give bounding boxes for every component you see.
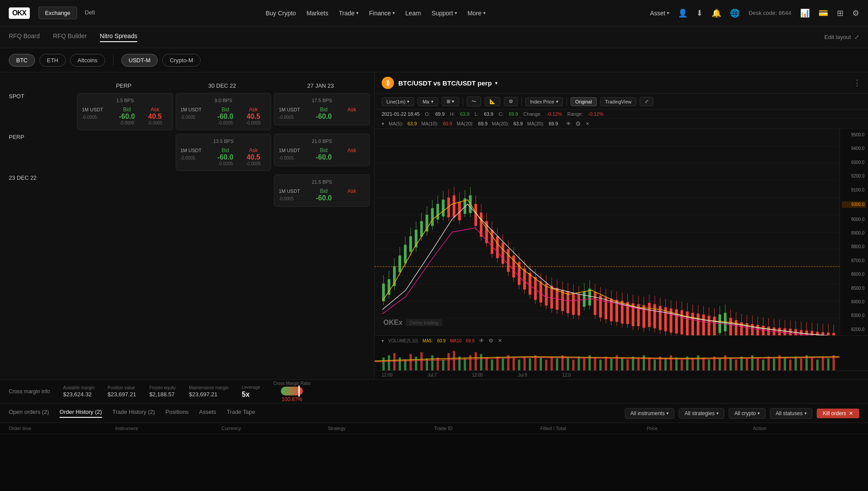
chart-symbol: BTC/USDT vs BTC/USDT perp ▾ [398,79,497,87]
change-label: Change: [523,111,542,117]
filter-eth[interactable]: ETH [39,54,66,67]
nav-learn[interactable]: Learn [405,10,421,17]
instruments-chevron: ▾ [666,411,669,416]
tab-trade-tape[interactable]: Trade Tape [227,409,255,418]
nav-buy-crypto[interactable]: Buy Crypto [266,10,296,17]
tabs-left: Open orders (2) Order History (2) Trade … [9,409,255,418]
nav-more[interactable]: More ▾ [468,10,485,17]
nav-trade[interactable]: Trade ▾ [339,10,358,17]
card-icon[interactable]: 💳 [818,8,828,18]
filter-all-statuses[interactable]: All statuses ▾ [770,408,812,419]
chart-extra-btn[interactable]: ⊞ ▾ [442,97,459,106]
svg-rect-239 [702,357,705,370]
tab-exchange[interactable]: Exchange [39,7,77,19]
original-btn[interactable]: Original [570,97,597,106]
tradingview-btn[interactable]: TradingView [600,97,637,106]
price-9000: 9000.0 [842,217,866,222]
svg-rect-261 [822,356,824,370]
nav-support[interactable]: Support ▾ [432,10,457,17]
ma-expand[interactable]: ▾ [382,121,384,127]
draw-btn[interactable]: 📐 [485,97,500,106]
bid-val-pd[interactable]: -60.0 [212,153,238,161]
toolbar-sep3 [567,98,567,106]
bid-val-sd[interactable]: -60.0 [212,113,238,121]
col-header-jan27: 27 JAN 23 [271,76,370,91]
pair-dropdown[interactable]: ▾ [495,81,497,85]
filter-crypto-m[interactable]: Crypto-M [162,54,200,67]
chart-icon[interactable]: 📊 [800,8,810,18]
ma-settings-icon[interactable]: ⚙ [575,120,581,127]
bid-val-sj[interactable]: -60.0 [311,113,337,121]
tab-open-orders[interactable]: Open orders (2) [9,409,49,418]
position-label: Position value [108,385,136,390]
asset-button[interactable]: Asset ▾ [650,10,669,17]
unit-sj: 1M USDT [279,107,309,112]
time-axis: 12:00 Jul.7 12:00 Jul.8 12:0 [375,370,868,379]
layout-icon[interactable]: ⊞ [837,8,843,18]
tab-order-history[interactable]: Order History (2) [60,409,102,418]
ask-label-pj: Ask [339,147,365,153]
ask-val-sd[interactable]: 40.5 [240,113,266,121]
vol-expand[interactable]: ▾ [382,338,384,343]
filter-separator [113,55,113,65]
price-8500: 8500.0 [842,286,866,291]
svg-rect-249 [757,357,759,370]
filter-btc[interactable]: BTC [9,54,35,67]
vol-eye-icon[interactable]: 👁 [479,338,484,344]
tab-assets[interactable]: Assets [199,409,216,418]
col-instrument: Instrument [115,426,222,431]
settings-chart-btn[interactable]: ⚙ [504,97,518,106]
col-currency: Currency [221,426,328,431]
filter-all-crypto[interactable]: All crypto ▾ [729,408,765,419]
ma-close-icon[interactable]: ✕ [585,121,589,127]
tab-trade-history[interactable]: Trade History (2) [113,409,155,418]
svg-rect-233 [670,355,672,370]
filter-all-instruments[interactable]: All instruments ▾ [625,408,675,419]
globe-icon[interactable]: 🌐 [730,8,740,18]
download-icon[interactable]: ⬇ [696,8,703,18]
ma-eye-icon[interactable]: 👁 [566,121,571,126]
filter-all-strategies[interactable]: All strategies ▾ [679,408,724,419]
row-label-perp: PERP [4,134,74,140]
ma-btn[interactable]: Ma ▾ [418,97,438,106]
filter-altcoins[interactable]: Altcoins [70,54,105,67]
sub-nav-rfq-builder[interactable]: RFQ Builder [53,32,87,42]
line-type-btn[interactable]: 〜 [467,96,481,107]
vol-close-icon[interactable]: ✕ [498,338,502,344]
open-val: 69.9 [435,111,444,117]
bid-val-dj[interactable]: -60.0 [311,194,337,202]
ma5-val: 63.9 [407,121,417,126]
nav-finance[interactable]: Finance ▾ [369,10,395,17]
chart-menu[interactable]: ⋮ [853,78,861,88]
kill-close-icon: ✕ [849,410,853,416]
svg-rect-200 [491,359,493,370]
svg-rect-207 [529,358,531,370]
sub-nav-nitro-spreads[interactable]: Nitro Spreads [100,32,138,42]
filter-usdt-m[interactable]: USDT-M [121,54,158,67]
edit-layout[interactable]: Edit layout [824,34,851,40]
bps-spot-jan27: 17.5 BPS [279,98,365,103]
svg-rect-221 [605,356,607,370]
index-price-btn[interactable]: Index Price ▾ [525,97,563,106]
vol-settings-icon[interactable]: ⚙ [489,338,493,344]
kill-orders-button[interactable]: Kill orders ✕ [817,409,859,418]
tab-positions[interactable]: Positions [166,409,189,418]
bid-sub2-pd: -0.0005 [212,161,238,166]
ask-val-sp[interactable]: 40.5 [142,113,168,121]
bell-icon[interactable]: 🔔 [712,8,721,18]
tab-defi[interactable]: Defi [79,7,101,19]
position-value: Position value $23,697.21 [108,385,136,398]
bid-val-sp[interactable]: -60.0 [114,113,140,121]
bid-val-pj[interactable]: -60.0 [311,153,337,161]
settings-icon[interactable]: ⚙ [852,8,859,18]
sub-nav-rfq-board[interactable]: RFQ Board [9,32,40,42]
expand-chart-btn[interactable]: ⤢ [640,97,653,106]
ask-val-pd[interactable]: 40.5 [240,153,266,161]
toolbar-sep1 [463,98,463,106]
expand-icon[interactable]: ⤢ [854,34,859,40]
nav-markets[interactable]: Markets [306,10,328,17]
timeframe-btn[interactable]: Line(1m) ▾ [382,97,414,106]
logo[interactable]: OKX [9,7,30,19]
user-icon[interactable]: 👤 [678,8,687,18]
statuses-chevron: ▾ [804,411,807,416]
